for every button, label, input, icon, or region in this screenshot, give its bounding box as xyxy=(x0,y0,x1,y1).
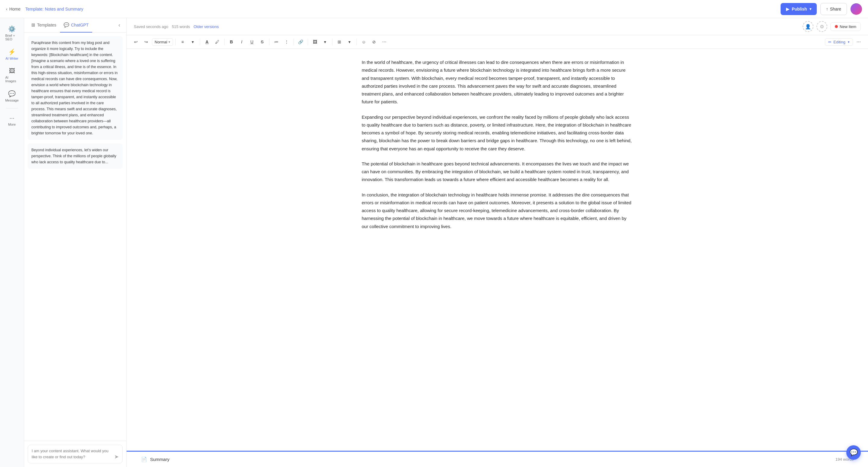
table-button[interactable]: ⊞ xyxy=(335,38,344,46)
nav-left: ‹ Home Template: Notes and Summary xyxy=(6,7,83,11)
sidebar-label-ai-writer: AI Writer xyxy=(5,57,19,60)
image-button[interactable]: 🖼 xyxy=(310,38,319,46)
breadcrumb-title[interactable]: Notes and Summary xyxy=(45,7,84,11)
collaborator-avatar-1: 👤 xyxy=(803,21,813,32)
nav-right: ▶ Publish ▾ ↑ Share xyxy=(781,3,862,15)
sidebar-item-message[interactable]: 💬 Message xyxy=(2,88,22,104)
toolbar-divider-8 xyxy=(356,38,357,45)
saved-status: Saved seconds ago xyxy=(134,24,168,29)
gear-icon: ⚙ xyxy=(820,24,824,30)
older-versions-link[interactable]: Older versions xyxy=(193,24,219,29)
sidebar-label-brief-seo: Brief + SEO xyxy=(5,34,19,41)
tab-chatgpt[interactable]: 💬 ChatGPT xyxy=(60,18,92,33)
editor-paragraph-1[interactable]: Expanding our perspective beyond individ… xyxy=(362,113,633,153)
editor-scroll: In the world of healthcare, the urgency … xyxy=(127,49,868,451)
more-options-button[interactable]: ⋯ xyxy=(380,38,389,46)
sidebar-label-more: More xyxy=(8,123,16,126)
redo-button[interactable]: ↪ xyxy=(142,38,151,46)
share-icon: ↑ xyxy=(826,7,828,11)
templates-icon: ⊞ xyxy=(31,22,35,28)
panel: ⊞ Templates 💬 ChatGPT ‹ Paraphrase this … xyxy=(24,18,127,467)
sidebar-item-more[interactable]: ··· More xyxy=(2,112,22,129)
chat-message-1: Beyond individual experiences, let's wid… xyxy=(28,144,123,169)
chat-message-1-text: Beyond individual experiences, let's wid… xyxy=(31,148,116,164)
clear-format-button[interactable]: ⊘ xyxy=(370,38,378,46)
toolbar-divider-7 xyxy=(332,38,333,45)
publish-label: Publish xyxy=(792,7,807,11)
text-style-label: Normal xyxy=(155,40,167,44)
chat-fab-icon: 💬 xyxy=(849,448,858,457)
new-item-button[interactable]: New Item xyxy=(830,22,861,31)
sidebar-label-ai-images: AI Images xyxy=(5,75,19,83)
breadcrumb: Template: Notes and Summary xyxy=(25,7,83,11)
chat-input[interactable] xyxy=(32,448,112,460)
breadcrumb-prefix: Template: xyxy=(25,7,44,11)
strikethrough-button[interactable]: S xyxy=(258,38,267,46)
summary-label: Summary xyxy=(150,457,169,462)
sidebar-item-ai-images[interactable]: 🖼 AI Images xyxy=(2,65,22,85)
avatar[interactable] xyxy=(850,3,862,15)
ordered-list-button[interactable]: ⋮ xyxy=(282,38,291,46)
link-button[interactable]: 🔗 xyxy=(296,38,305,46)
word-count: 515 words xyxy=(172,24,190,29)
new-item-dot xyxy=(835,25,838,28)
text-color-button[interactable]: A xyxy=(203,38,212,46)
panel-content: Paraphrase this content from my blog pos… xyxy=(24,33,126,441)
sidebar-divider xyxy=(6,108,18,108)
chatgpt-icon: 💬 xyxy=(64,22,69,28)
sidebar-label-message: Message xyxy=(5,98,19,102)
align-chevron-button[interactable]: ▾ xyxy=(188,38,197,46)
tab-templates[interactable]: ⊞ Templates xyxy=(28,18,60,33)
toolbar-divider-6 xyxy=(308,38,308,45)
editor-paragraph-0[interactable]: In the world of healthcare, the urgency … xyxy=(362,58,633,106)
sidebar-item-ai-writer[interactable]: ⚡ AI Writer xyxy=(2,46,22,63)
chat-fab-button[interactable]: 💬 xyxy=(846,445,861,460)
ai-writer-icon: ⚡ xyxy=(8,48,16,56)
image-chevron-button[interactable]: ▾ xyxy=(321,38,330,46)
panel-collapse-button[interactable]: ‹ xyxy=(116,18,123,32)
summary-icon: 📄 xyxy=(141,457,147,462)
underline-button[interactable]: U xyxy=(247,38,256,46)
home-link[interactable]: ‹ Home xyxy=(6,7,21,11)
chevron-left-panel-icon: ‹ xyxy=(119,22,120,28)
toolbar-more-button[interactable]: ⋯ xyxy=(854,38,863,46)
tab-templates-label: Templates xyxy=(37,23,56,27)
toolbar-divider-4 xyxy=(269,38,270,45)
editor-paragraph-3[interactable]: In conclusion, the integration of blockc… xyxy=(362,191,633,230)
pencil-icon: ✏ xyxy=(828,40,832,44)
chat-message-0-text: Paraphrase this content from my blog pos… xyxy=(31,41,118,135)
chat-input-wrapper: ➤ xyxy=(28,445,123,463)
person-icon: 👤 xyxy=(805,24,811,30)
ai-images-icon: 🖼 xyxy=(9,67,15,74)
undo-button[interactable]: ↩ xyxy=(131,38,141,46)
share-label: Share xyxy=(830,7,841,11)
brief-seo-icon: ⚙️ xyxy=(8,25,16,33)
table-chevron-button[interactable]: ▾ xyxy=(345,38,354,46)
chat-input-area: ➤ xyxy=(24,441,126,467)
italic-button[interactable]: I xyxy=(237,38,246,46)
top-nav: ‹ Home Template: Notes and Summary ▶ Pub… xyxy=(0,0,868,18)
text-style-chevron-icon: ▾ xyxy=(168,40,170,44)
bullet-list-button[interactable]: ≔ xyxy=(272,38,281,46)
publish-button[interactable]: ▶ Publish ▾ xyxy=(781,3,817,15)
editor-paragraph-2[interactable]: The potential of blockchain in healthcar… xyxy=(362,160,633,184)
chat-message-0: Paraphrase this content from my blog pos… xyxy=(28,36,123,140)
chevron-left-icon: ‹ xyxy=(6,7,7,11)
bold-button[interactable]: B xyxy=(227,38,236,46)
editing-dropdown[interactable]: ✏ Editing ▾ xyxy=(825,38,853,46)
editor-body[interactable]: In the world of healthcare, the urgency … xyxy=(362,58,633,230)
emoji-button[interactable]: ☺ xyxy=(359,38,368,46)
sidebar-item-brief-seo[interactable]: ⚙️ Brief + SEO xyxy=(2,23,22,43)
toolbar: ↩ ↪ Normal ▾ ≡ ▾ A 🖊 B I U S ≔ ⋮ 🔗 🖼 ▾ xyxy=(127,35,868,49)
chat-send-button[interactable]: ➤ xyxy=(114,454,119,460)
toolbar-divider-2 xyxy=(200,38,200,45)
highlight-button[interactable]: 🖊 xyxy=(213,38,222,46)
panel-tabs: ⊞ Templates 💬 ChatGPT ‹ xyxy=(24,18,126,33)
avatar-image xyxy=(850,3,862,15)
share-button[interactable]: ↑ Share xyxy=(820,3,847,15)
editing-label: Editing xyxy=(833,40,845,44)
toolbar-divider-3 xyxy=(224,38,224,45)
home-label: Home xyxy=(9,7,21,11)
text-style-select[interactable]: Normal ▾ xyxy=(152,38,173,46)
align-button[interactable]: ≡ xyxy=(178,38,187,46)
